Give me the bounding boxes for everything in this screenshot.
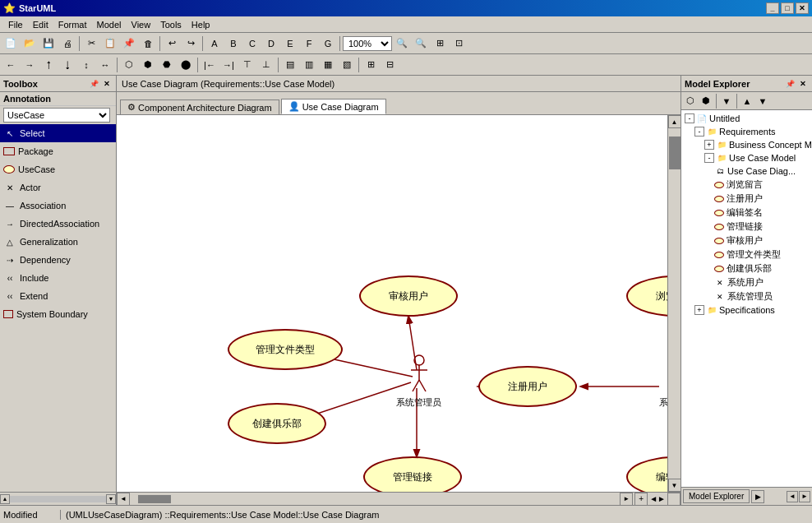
- zoom-fit-button[interactable]: ⊞: [431, 35, 449, 53]
- tree-expand-untitled[interactable]: -: [685, 113, 694, 123]
- usecase-guanlilianjie[interactable]: 管理链接: [363, 456, 462, 492]
- tree-expand-requirements[interactable]: -: [694, 127, 704, 137]
- toolbox-scroll-down[interactable]: ▼: [106, 494, 116, 504]
- actor-xitongguanliyuan[interactable]: 系统管理员: [396, 354, 441, 409]
- tb2-btn-16[interactable]: ▥: [300, 56, 318, 74]
- tree-item-xitongyonghu[interactable]: ✕ 系统用户: [683, 275, 810, 289]
- me-pin-button[interactable]: 📌: [784, 78, 796, 90]
- tree-item-business-concept[interactable]: + 📁 Business Concept M: [683, 138, 810, 151]
- menu-help[interactable]: Help: [187, 18, 215, 31]
- tb2-btn-20[interactable]: ⊟: [381, 56, 399, 74]
- tree-item-requirements[interactable]: - 📁 Requirements: [683, 125, 810, 138]
- paste-button[interactable]: 📌: [120, 35, 138, 53]
- tb2-btn-11[interactable]: |←: [201, 56, 219, 74]
- tb2-btn-5[interactable]: ↕: [77, 56, 95, 74]
- toolbox-item-dependency[interactable]: ⇢ Dependency: [0, 251, 116, 269]
- tree-item-shenheyonghu[interactable]: 审核用户: [683, 234, 810, 248]
- tb2-btn-19[interactable]: ⊞: [362, 56, 380, 74]
- me-view-button[interactable]: ⬢: [699, 94, 713, 109]
- tree-item-zhuceyonghu[interactable]: 注册用户: [683, 192, 810, 206]
- tree-item-liulanliuyan[interactable]: 浏览留言: [683, 178, 810, 192]
- tb2-btn-3[interactable]: ⭡: [39, 56, 58, 74]
- me-up-button[interactable]: ▲: [740, 94, 754, 109]
- menu-file[interactable]: File: [3, 18, 28, 31]
- zoom-in-button[interactable]: 🔍: [393, 35, 411, 53]
- hscroll-left-button[interactable]: ◄: [117, 493, 130, 506]
- tb-btn-g[interactable]: G: [319, 35, 337, 53]
- usecase-shenheyonghu[interactable]: 审核用户: [359, 275, 458, 317]
- hscroll-right-button[interactable]: ►: [620, 493, 633, 506]
- tb-btn-f[interactable]: F: [300, 35, 318, 53]
- vscroll-up-button[interactable]: ▲: [668, 115, 681, 128]
- usecase-zhuceyonghu[interactable]: 注册用户: [478, 366, 577, 407]
- me-down-button[interactable]: ▼: [755, 94, 770, 109]
- toolbox-item-association[interactable]: — Association: [0, 197, 116, 215]
- usecase-guanlwjlx[interactable]: 管理文件类型: [228, 329, 343, 370]
- tb2-btn-6[interactable]: ↔: [96, 56, 114, 74]
- model-explorer-tab[interactable]: Model Explorer: [683, 489, 750, 503]
- usecase-bianjiqianming[interactable]: 编辑签名: [626, 456, 667, 492]
- menu-tools[interactable]: Tools: [155, 18, 187, 31]
- vscroll-track[interactable]: [668, 128, 681, 479]
- tb-btn-b[interactable]: B: [224, 35, 242, 53]
- print-button[interactable]: 🖨: [58, 35, 76, 53]
- tb2-btn-8[interactable]: ⬢: [139, 56, 157, 74]
- tree-expand-use-case-model[interactable]: -: [704, 153, 714, 163]
- tb2-btn-14[interactable]: ⊥: [257, 56, 275, 74]
- tree-expand-business-concept[interactable]: +: [704, 140, 714, 150]
- open-button[interactable]: 📂: [21, 35, 39, 53]
- diagram-canvas[interactable]: 审核用户 浏览留言 管理文件类型 注册用户: [117, 115, 667, 492]
- me-sort-button[interactable]: ⬡: [683, 94, 698, 109]
- toolbox-item-directed-association[interactable]: → DirectedAssociation: [0, 215, 116, 233]
- toolbox-usecase-combo[interactable]: UseCase: [3, 108, 110, 123]
- toolbox-item-actor[interactable]: ✕ Actor: [0, 178, 116, 197]
- toolbox-item-usecase[interactable]: UseCase: [0, 160, 116, 178]
- zoom-out-button[interactable]: 🔍: [412, 35, 430, 53]
- tree-item-use-case-model[interactable]: - 📁 Use Case Model: [683, 151, 810, 164]
- tree-item-use-case-diag[interactable]: 🗂 Use Case Diag...: [683, 164, 810, 178]
- toolbox-item-system-boundary[interactable]: System Boundary: [0, 305, 116, 323]
- toolbox-scroll-up[interactable]: ▲: [0, 494, 10, 504]
- zoom-actual-button[interactable]: ⊡: [450, 35, 468, 53]
- add-diagram-button[interactable]: +: [634, 493, 648, 506]
- save-button[interactable]: 💾: [39, 35, 58, 53]
- menu-format[interactable]: Format: [53, 18, 92, 31]
- tb-btn-a[interactable]: A: [205, 35, 224, 53]
- tb2-btn-15[interactable]: ▤: [281, 56, 299, 74]
- tb2-btn-2[interactable]: →: [21, 56, 39, 74]
- tb2-btn-10[interactable]: ⬤: [177, 56, 195, 74]
- toolbox-item-extend[interactable]: ‹‹ Extend: [0, 287, 116, 305]
- cut-button[interactable]: ✂: [82, 35, 100, 53]
- tree-expand-specifications[interactable]: +: [694, 305, 704, 315]
- vscroll-down-button[interactable]: ▼: [668, 479, 681, 492]
- tree-item-specifications[interactable]: + 📁 Specifications: [683, 303, 810, 317]
- redo-button[interactable]: ↪: [182, 35, 200, 53]
- tb2-btn-9[interactable]: ⬣: [158, 56, 176, 74]
- tree-item-guanlwjlx[interactable]: 管理文件类型: [683, 248, 810, 262]
- me-expand-btn[interactable]: ▶: [751, 490, 764, 503]
- hscroll-track[interactable]: [130, 493, 620, 506]
- tb2-btn-13[interactable]: ⊤: [238, 56, 256, 74]
- toolbox-item-generalization[interactable]: △ Generalization: [0, 233, 116, 251]
- tree-item-bianjiqianming[interactable]: 编辑签名: [683, 206, 810, 220]
- toolbox-item-include[interactable]: ‹‹ Include: [0, 269, 116, 287]
- tree-item-untitled[interactable]: - 📄 Untitled: [683, 112, 810, 125]
- tb2-btn-4[interactable]: ⭣: [58, 56, 76, 74]
- tree-item-chuangjianclub[interactable]: 创建俱乐部: [683, 262, 810, 275]
- tree-item-guanlilianjie[interactable]: 管理链接: [683, 220, 810, 234]
- tb-btn-e[interactable]: E: [281, 35, 299, 53]
- copy-button[interactable]: 📋: [101, 35, 119, 53]
- toolbox-item-package[interactable]: Package: [0, 142, 116, 160]
- actor-xitongyonghu[interactable]: 系统用户: [659, 354, 667, 409]
- tb-btn-c[interactable]: C: [243, 35, 261, 53]
- delete-button[interactable]: 🗑: [139, 35, 157, 53]
- me-filter-button[interactable]: ▼: [719, 94, 734, 109]
- maximize-button[interactable]: □: [781, 2, 794, 14]
- tab-component-architecture[interactable]: ⚙ Component Architecture Diagram: [120, 100, 279, 114]
- menu-view[interactable]: View: [127, 18, 156, 31]
- tree-item-xitongguanliyuan[interactable]: ✕ 系统管理员: [683, 289, 810, 303]
- me-close-button[interactable]: ✕: [797, 78, 809, 90]
- close-button[interactable]: ✕: [796, 2, 809, 14]
- usecase-liulanliuyan[interactable]: 浏览留言: [626, 275, 667, 317]
- usecase-chuangjianclub[interactable]: 创建俱乐部: [228, 403, 326, 444]
